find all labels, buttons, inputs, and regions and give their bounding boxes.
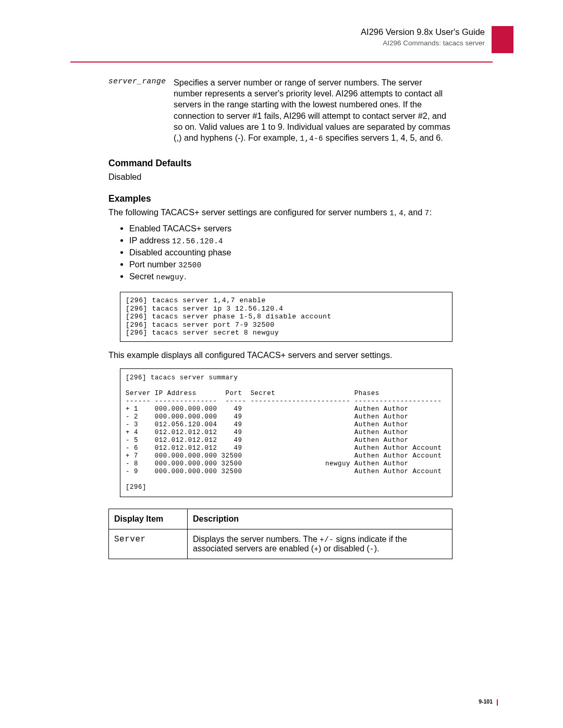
examples-heading: Examples [108, 193, 452, 204]
examples-intro-text4: : [430, 207, 432, 217]
td-description: Displays the server numbers. The +/- sig… [188, 529, 452, 559]
list-item: Enabled TACACS+ servers [129, 224, 452, 233]
examples-intro: The following TACACS+ server settings ar… [108, 207, 452, 217]
examples-intro-code: 1 [389, 209, 394, 217]
page: AI296 Version 9.8x User's Guide AI296 Co… [0, 0, 563, 728]
param-row: server_range Specifies a server number o… [108, 77, 452, 143]
table-header-row: Display Item Description [109, 509, 452, 529]
param-desc-code: 1,4-6 [300, 134, 324, 143]
desc-code: +/- [320, 536, 334, 544]
command-defaults-value: Disabled [108, 172, 452, 182]
td-item: Server [109, 529, 188, 559]
footer-accent-bar [497, 699, 498, 706]
param-label: server_range [108, 77, 174, 143]
header-text: AI296 Version 9.8x User's Guide AI296 Co… [361, 27, 485, 47]
bullet-text: IP address [129, 236, 172, 245]
after-code-text: This example displays all configured TAC… [108, 350, 452, 360]
examples-intro-code2: 4 [399, 209, 403, 217]
desc-text4: ). [374, 544, 380, 553]
header-rule [70, 61, 493, 63]
desc-code3: - [370, 545, 374, 553]
content: server_range Specifies a server number o… [108, 77, 452, 559]
bullet-text2: . [184, 272, 187, 281]
th-display-item: Display Item [109, 509, 188, 529]
bullet-text: Secret [129, 272, 156, 281]
example-bullets: Enabled TACACS+ servers IP address 12.56… [129, 224, 452, 281]
code-example-2: [296] tacacs server summary Server IP Ad… [120, 368, 452, 497]
list-item: Port number 32500 [129, 260, 452, 269]
examples-intro-text3: , and [403, 207, 425, 217]
doc-subtitle: AI296 Commands: tacacs server [361, 39, 485, 47]
examples-intro-code3: 7 [425, 209, 430, 217]
desc-text: Displays the server numbers. The [193, 535, 320, 544]
description-table: Display Item Description Server Displays… [108, 509, 452, 559]
param-desc-text2: specifies servers 1, 4, 5, and 6. [323, 133, 443, 142]
desc-code2: + [314, 545, 319, 553]
list-item: Secret newguy. [129, 272, 452, 281]
bullet-code: newguy [156, 273, 184, 281]
doc-title: AI296 Version 9.8x User's Guide [361, 27, 485, 37]
bullet-text: Port number [129, 260, 178, 269]
desc-text3: ) or disabled ( [319, 544, 370, 553]
code-example-1: [296] tacacs server 1,4,7 enable [296] t… [120, 292, 452, 342]
header-accent-block [492, 26, 513, 53]
command-defaults-heading: Command Defaults [108, 158, 452, 169]
param-description: Specifies a server number or range of se… [174, 77, 452, 143]
bullet-code: 12.56.120.4 [172, 237, 223, 245]
th-description: Description [188, 509, 452, 529]
table-row: Server Displays the server numbers. The … [109, 529, 452, 559]
bullet-code: 32500 [178, 261, 202, 269]
list-item: Disabled accounting phase [129, 248, 452, 257]
list-item: IP address 12.56.120.4 [129, 236, 452, 245]
page-header: AI296 Version 9.8x User's Guide AI296 Co… [0, 27, 563, 63]
page-number: 9-101 [479, 698, 493, 705]
examples-intro-text2: , [394, 207, 399, 217]
examples-intro-text: The following TACACS+ server settings ar… [108, 207, 389, 217]
